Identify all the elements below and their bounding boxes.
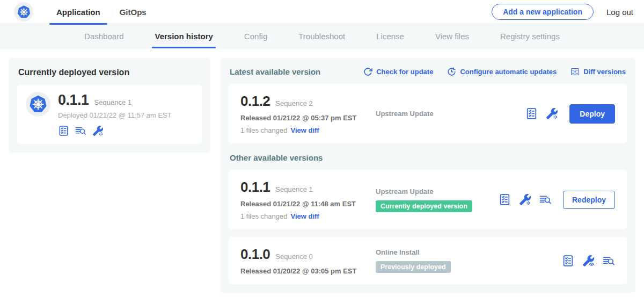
top-header: Application GitOps Add a new application…	[0, 0, 644, 24]
released-timestamp: Released 01/21/22 @ 11:48 am EST	[240, 200, 376, 208]
other-versions-title: Other available versions	[230, 153, 626, 162]
tab-gitops[interactable]: GitOps	[113, 0, 153, 24]
top-tabs: Application GitOps	[49, 0, 159, 24]
files-changed-label: 1 files changed	[240, 212, 287, 220]
app-icon	[26, 92, 50, 117]
subnav-tab-license[interactable]: License	[361, 24, 420, 48]
deploy-button[interactable]: Deploy	[569, 104, 615, 124]
currently-deployed-card: Currently deployed version 0.1.1 Sequenc…	[9, 58, 210, 153]
subnav-tab-registry-settings[interactable]: Registry settings	[485, 24, 575, 48]
latest-version-title: Latest available version	[230, 67, 320, 76]
sequence-label: Sequence 0	[275, 252, 312, 261]
config-icon[interactable]	[92, 125, 104, 136]
version-source-label: Upstream Update	[376, 110, 525, 118]
tab-application-label: Application	[56, 8, 100, 17]
main-content: Currently deployed version 0.1.1 Sequenc…	[0, 48, 644, 293]
tab-gitops-label: GitOps	[120, 8, 147, 17]
add-application-button[interactable]: Add a new application	[492, 4, 594, 20]
released-timestamp: Released 01/20/22 @ 03:05 pm EST	[240, 267, 376, 275]
config-icon[interactable]	[519, 193, 531, 206]
kubernetes-logo-icon	[14, 2, 33, 21]
currently-deployed-badge: Currently deployed version	[376, 200, 472, 212]
app-subnav: Dashboard Version history Config Trouble…	[0, 24, 644, 48]
configure-automatic-updates-link[interactable]: Configure automatic updates	[447, 67, 557, 76]
preflight-checks-icon[interactable]	[499, 193, 511, 206]
deployed-sequence-label: Sequence 1	[94, 98, 131, 106]
version-row-0-1-1: 0.1.1 Sequence 1 Released 01/21/22 @ 11:…	[229, 170, 627, 229]
preflight-checks-icon[interactable]	[562, 255, 574, 267]
logout-link[interactable]: Log out	[606, 8, 633, 17]
deployed-timestamp: Deployed 01/21/22 @ 11:57 am EST	[58, 111, 172, 119]
version-number: 0.1.0	[240, 246, 270, 263]
files-changed-label: 1 files changed	[240, 126, 287, 134]
tab-application[interactable]: Application	[49, 0, 107, 24]
subnav-tab-config[interactable]: Config	[229, 24, 283, 48]
preflight-checks-icon[interactable]	[58, 125, 69, 136]
diff-icon	[570, 67, 580, 76]
sequence-label: Sequence 1	[275, 185, 312, 193]
diff-versions-link[interactable]: Diff versions	[570, 67, 626, 76]
version-number: 0.1.1	[240, 179, 270, 196]
refresh-icon	[363, 67, 372, 76]
deploy-logs-icon[interactable]	[603, 255, 615, 267]
view-diff-link[interactable]: View diff	[290, 212, 319, 220]
deploy-logs-icon[interactable]	[539, 193, 552, 206]
subnav-tab-dashboard[interactable]: Dashboard	[69, 24, 139, 48]
version-row-0-1-2: 0.1.2 Sequence 2 Released 01/21/22 @ 05:…	[229, 84, 627, 143]
deployed-version-info: 0.1.1 Sequence 1 Deployed 01/21/22 @ 11:…	[58, 92, 172, 136]
deployed-version-card: 0.1.1 Sequence 1 Deployed 01/21/22 @ 11:…	[17, 84, 202, 144]
view-diff-link[interactable]: View diff	[290, 126, 319, 134]
deployed-card-title: Currently deployed version	[18, 68, 202, 77]
subnav-tab-troubleshoot[interactable]: Troubleshoot	[283, 24, 361, 48]
config-view-icon[interactable]	[582, 255, 595, 267]
version-source-label: Online Install	[376, 248, 562, 256]
version-source-label: Upstream Update	[376, 187, 499, 196]
sequence-label: Sequence 2	[275, 99, 312, 107]
previously-deployed-badge: Previously deployed	[376, 261, 451, 273]
schedule-update-icon	[447, 67, 456, 76]
kots-admin-console: Application GitOps Add a new application…	[0, 0, 644, 293]
subnav-tab-view-files[interactable]: View files	[420, 24, 485, 48]
version-history-panel: Latest available version Check for updat…	[220, 58, 635, 293]
deploy-logs-icon[interactable]	[75, 125, 86, 136]
check-for-update-link[interactable]: Check for update	[363, 67, 433, 76]
panel-actions: Check for update Configure automatic upd…	[363, 67, 626, 76]
version-row-0-1-0: 0.1.0 Sequence 0 Released 01/20/22 @ 03:…	[229, 237, 627, 284]
topbar-right: Add a new application Log out	[492, 4, 633, 20]
deployed-version-number: 0.1.1	[58, 92, 89, 109]
subnav-tab-version-history[interactable]: Version history	[139, 24, 228, 48]
released-timestamp: Released 01/21/22 @ 05:37 pm EST	[240, 114, 376, 122]
preflight-checks-icon[interactable]	[525, 107, 538, 120]
redeploy-button[interactable]: Redeploy	[563, 191, 615, 209]
version-number: 0.1.2	[240, 93, 270, 110]
config-icon[interactable]	[546, 107, 558, 120]
